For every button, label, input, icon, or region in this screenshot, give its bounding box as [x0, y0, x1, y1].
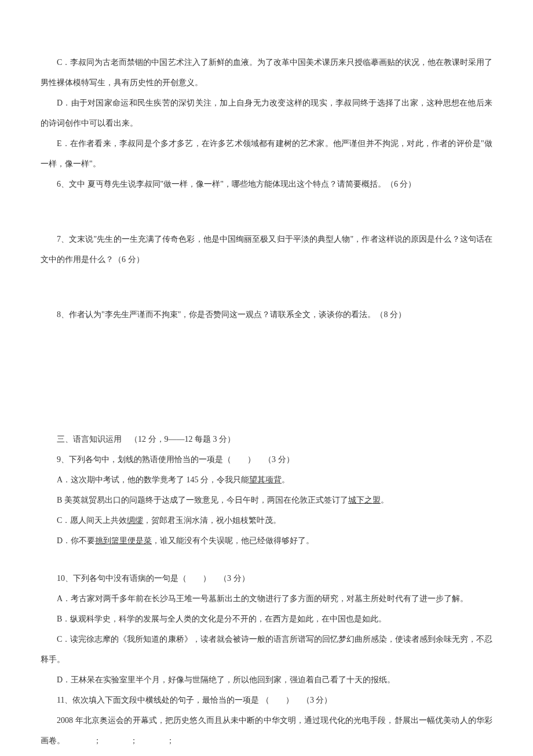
question-11-stem: 11、依次填入下面文段中横线处的句子，最恰当的一项是 （ ） （3 分）	[41, 690, 492, 710]
q9d-underline: 挑到篮里便是菜	[95, 536, 152, 545]
question-7: 7、文末说"先生的一生充满了传奇色彩，他是中国绚丽至极又归于平淡的典型人物"，作…	[41, 229, 492, 270]
question-10-stem: 10、下列各句中没有语病的一句是（ ） （3 分）	[41, 568, 492, 588]
question-10-option-b: B．纵观科学史，科学的发展与全人类的文化是分不开的，在西方是如此，在中国也是如此…	[41, 609, 492, 629]
document-page: C．李叔同为古老而禁锢的中国艺术注入了新鲜的血液。为了改革中国美术课历来只授临摹…	[0, 0, 533, 756]
question-9-option-a: A．这次期中考试，他的数学竟考了 145 分，令我只能望其项背。	[41, 470, 492, 490]
option-d: D．由于对国家命运和民生疾苦的深切关注，加上自身无力改变这样的现实，李叔同终于选…	[41, 93, 492, 133]
question-10-option-d: D．王林呆在实验室里半个月，好像与世隔绝了，所以他回到家，强迫着自己看了十天的报…	[41, 670, 492, 690]
option-e: E．在作者看来，李叔同是个多才多艺，在许多艺术领域都有建树的艺术家。他严谨但并不…	[41, 133, 492, 174]
answer-space-q8	[41, 325, 492, 429]
q9b-post: 。	[381, 496, 389, 504]
question-10-option-c: C．读完徐志摩的《我所知道的康桥》，读者就会被诗一般的语言所谱写的回忆梦幻曲所感…	[41, 629, 492, 670]
question-9-stem: 9、下列各句中，划线的熟语使用恰当的一项是（ ） （3 分）	[41, 449, 492, 470]
q9b-underline: 城下之盟	[348, 496, 381, 504]
question-6: 6、文中 夏丏尊先生说李叔同"做一样，像一样"，哪些地方能体现出这个特点？请简要…	[41, 174, 492, 194]
question-9-option-d: D．你不要挑到篮里便是菜，谁又能没有个失误呢，他已经做得够好了。	[41, 530, 492, 551]
q11-body-pre: 2008 年北京奥运会的开幕式，把历史悠久而且从未中断的中华文明，通过现代化的光…	[41, 716, 492, 745]
q9c-underline: 绸缪	[127, 516, 143, 525]
answer-space-q6	[41, 194, 492, 229]
sep-1: ；	[93, 736, 101, 745]
answer-space-q7	[41, 270, 492, 304]
q9a-pre: A．这次期中考试，他的数学竟考了 145 分，令我只能	[57, 475, 249, 484]
question-9-option-b: B 美英就贸易出口的问题终于达成了一致意见，今日午时，两国在伦敦正式签订了城下之…	[41, 490, 492, 510]
question-11-body-line2: ；。中华民族以这些杰出的贡献，证明了自己是人类大家庭的伟大一员。	[41, 751, 492, 756]
section-3-heading: 三、语言知识运用 （12 分，9——12 每题 3 分）	[41, 429, 492, 449]
q9d-post: ，谁又能没有个失误呢，他已经做得够好了。	[152, 536, 314, 545]
question-9-option-c: C．愿人间天上共效绸缪，贺郎君玉润水清，祝小姐枝繁叶茂。	[41, 510, 492, 530]
q9a-post: 。	[282, 475, 290, 484]
q9b-pre: B 美英就贸易出口的问题终于达成了一致意见，今日午时，两国在伦敦正式签订了	[57, 496, 348, 504]
q9d-pre: D．你不要	[57, 536, 95, 545]
question-8: 8、作者认为"李先生严谨而不拘束"，你是否赞同这一观点？请联系全文，谈谈你的看法…	[41, 304, 492, 325]
q9c-post: ，贺郎君玉润水清，祝小姐枝繁叶茂。	[143, 516, 281, 525]
option-c: C．李叔同为古老而禁锢的中国艺术注入了新鲜的血液。为了改革中国美术课历来只授临摹…	[41, 52, 492, 93]
q9c-pre: C．愿人间天上共效	[57, 516, 127, 525]
sep-3: ；	[166, 736, 174, 745]
question-11-body-line1: 2008 年北京奥运会的开幕式，把历史悠久而且从未中断的中华文明，通过现代化的光…	[41, 710, 492, 751]
q9a-underline: 望其项背	[249, 475, 282, 484]
spacer	[41, 551, 492, 568]
sep-2: ；	[130, 736, 138, 745]
question-10-option-a: A．考古家对两千多年前在长沙马王堆一号墓新出土的文物进行了多方面的研究，对墓主所…	[41, 588, 492, 609]
